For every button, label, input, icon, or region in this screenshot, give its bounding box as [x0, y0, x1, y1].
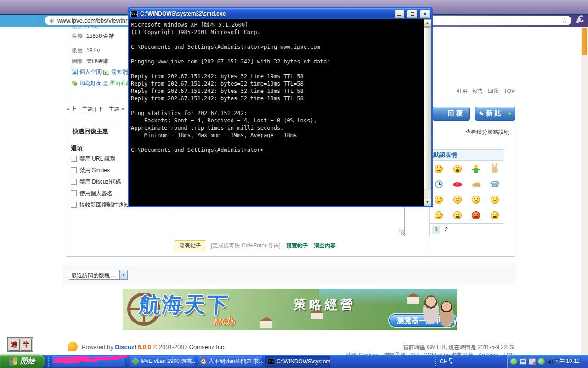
handshake-icon[interactable] [472, 182, 480, 187]
antivirus-icon[interactable] [510, 358, 517, 365]
ad-info-icon[interactable]: i [449, 322, 455, 328]
cry-smiley-icon[interactable] [472, 196, 480, 204]
add-friend-link[interactable]: 加為好友 [79, 79, 102, 87]
cmd-window[interactable]: C:\ C:\WINDOWS\system32\cmd.exe × Micros… [128, 7, 433, 207]
smiley-grid: ☎ [430, 161, 504, 223]
reply-arrow-icon: → [440, 110, 446, 117]
volume-icon[interactable] [547, 360, 551, 364]
cmd-restore-button[interactable] [407, 10, 417, 18]
bookmark-star-icon[interactable]: ☆ [561, 17, 567, 24]
checkbox[interactable] [71, 156, 77, 162]
discuz-link[interactable]: Discuz! [115, 344, 136, 351]
pink-redaction-scribble [54, 357, 73, 363]
grin-smiley-icon[interactable] [453, 165, 462, 173]
clear-content-link[interactable]: 清空內容 [314, 242, 336, 250]
profile-links-row2: 加為好友 當前在線 [72, 79, 131, 87]
checkbox[interactable] [71, 202, 77, 208]
taskbar-button-ipve[interactable]: IPvE vLan 2900 遊戲... [130, 356, 195, 367]
network-icon[interactable] [520, 358, 526, 365]
browser-scrollbar[interactable] [581, 27, 588, 355]
surprised-smiley-icon[interactable] [491, 211, 499, 219]
wink-smiley-icon[interactable] [435, 165, 443, 173]
option-use-signature[interactable]: 使用個人簽名 [71, 190, 113, 197]
resize-handle[interactable] [399, 230, 404, 235]
topic-navigation: « 上一主題 | 下一主題 » [67, 105, 124, 113]
angry-smiley-icon[interactable] [472, 211, 480, 219]
reply-button[interactable]: → 回 覆 [432, 107, 470, 121]
cmd-minimize-button[interactable] [395, 10, 404, 18]
cmd-scrollbar[interactable]: ▲ ▼ [424, 19, 431, 206]
taskbar: 開始 IPvE vLan 2900 遊戲... 入不到vlan的問題 求... … [0, 355, 588, 368]
language-options[interactable]: ▼ [449, 358, 452, 365]
confused-smiley-icon[interactable] [491, 196, 499, 204]
ime-speed-button[interactable]: 速 [9, 339, 20, 351]
checkbox[interactable] [71, 167, 77, 173]
doll-smiley-icon[interactable] [474, 168, 478, 173]
reply-link[interactable]: 回復 [488, 88, 499, 94]
post-action-links: 引用 報告 回復 TOP [434, 87, 515, 95]
option-disable-discuz-code[interactable]: 禁用 Discuz!代碼 [71, 178, 121, 186]
recent-forums-select[interactable]: 最近訪問的版塊 ... ▼ [69, 270, 128, 280]
cmd-icon: C:\ [130, 11, 138, 17]
next-topic-link[interactable]: 下一主題 » [98, 106, 124, 112]
scroll-up-icon[interactable]: ▲ [424, 19, 431, 27]
preview-post-link[interactable]: 預覽帖子 [286, 242, 308, 250]
new-post-button[interactable]: ✎ 新 貼 + [475, 107, 515, 121]
option-disable-smilies[interactable]: 禁用 Smilies [71, 167, 110, 174]
user-status-icon [103, 80, 108, 86]
victory-hand-icon[interactable] [492, 167, 498, 173]
taskbar-button-cmd[interactable]: C:\ C:\WINDOWS\system... [265, 356, 330, 367]
comsenz-link[interactable]: Comsenz Inc. [189, 344, 226, 351]
blush-smiley-icon[interactable] [435, 196, 443, 204]
checkbox[interactable] [71, 190, 77, 196]
quote-link[interactable]: 引用 [457, 88, 468, 94]
credit-policy-link[interactable]: 查看積分策略說明 [465, 128, 509, 136]
smiley-panel: 默認表情 ☎ 12 [429, 149, 504, 236]
footer-powered: Powered by Discuz! 6.0.0 © 2001-2007 Com… [82, 344, 226, 351]
chevron-down-icon: ▼ [449, 362, 452, 365]
submit-hint: [完成後可按 Ctrl+Enter 發佈] [211, 242, 281, 250]
ad-house [311, 313, 323, 319]
network-error-icon[interactable] [529, 358, 536, 365]
prev-topic-link[interactable]: « 上一主題 [67, 106, 93, 112]
sob-smiley-icon[interactable] [453, 211, 462, 219]
cmd-output[interactable]: Microsoft Windows XP [版本 5.1.2600] (C) C… [131, 21, 422, 205]
smiley-page-2[interactable]: 2 [442, 226, 450, 234]
personal-space-link[interactable]: 個人空間 [79, 68, 102, 76]
cmd-close-button[interactable]: × [420, 10, 430, 18]
option-disable-url[interactable]: 禁用 URL 識別 [71, 155, 115, 163]
phone-icon[interactable]: ☎ [490, 180, 499, 188]
language-indicator[interactable]: CH [440, 358, 447, 365]
start-button[interactable]: 開始 [0, 355, 45, 368]
checkbox[interactable] [71, 179, 77, 185]
clock-icon[interactable] [435, 180, 443, 188]
language-bar[interactable]: CH ▼ [435, 355, 452, 368]
smile-smiley-icon[interactable] [435, 211, 443, 219]
profile-team: 團隊管理團隊 [72, 58, 108, 65]
ad-tagline: 策略經營 [294, 296, 356, 313]
restore-icon [449, 358, 452, 361]
language-grip[interactable] [435, 357, 436, 366]
taskbar-button-browser[interactable]: 入不到vlan的問題 求... [198, 356, 263, 367]
minimize-icon [397, 15, 401, 16]
message-icon [103, 70, 109, 75]
cmd-scrollbar-thumb[interactable] [424, 27, 431, 189]
cmd-title: C:\WINDOWS\system32\cmd.exe [140, 11, 392, 17]
scroll-down-icon[interactable]: ▼ [424, 199, 431, 206]
top-link[interactable]: TOP [504, 88, 515, 94]
frustrated-smiley-icon[interactable] [453, 196, 462, 204]
report-link[interactable]: 報告 [472, 88, 483, 94]
browser-scrollbar-thumb[interactable] [582, 28, 587, 55]
ad-house [260, 321, 272, 328]
ad-banner[interactable]: 航海天下 web 策略經營 瀏覽器一點即玩 i [123, 289, 457, 330]
kiss-lips-icon[interactable] [453, 182, 462, 187]
cmd-titlebar[interactable]: C:\ C:\WINDOWS\system32\cmd.exe × [129, 8, 431, 19]
smiley-page-1[interactable]: 1 [432, 226, 440, 234]
taskbar-clock[interactable]: 下午 10:11 [554, 357, 579, 365]
submit-post-button[interactable]: 發表帖子 [175, 240, 205, 251]
system-tray: 下午 10:11 [507, 355, 588, 368]
ime-halfwidth-button[interactable]: 半 [21, 339, 32, 351]
messenger-icon[interactable] [538, 358, 545, 365]
chevron-down-icon[interactable]: ▼ [119, 270, 127, 279]
option-email-notify[interactable]: 接收新回復郵件通知 [71, 201, 129, 209]
